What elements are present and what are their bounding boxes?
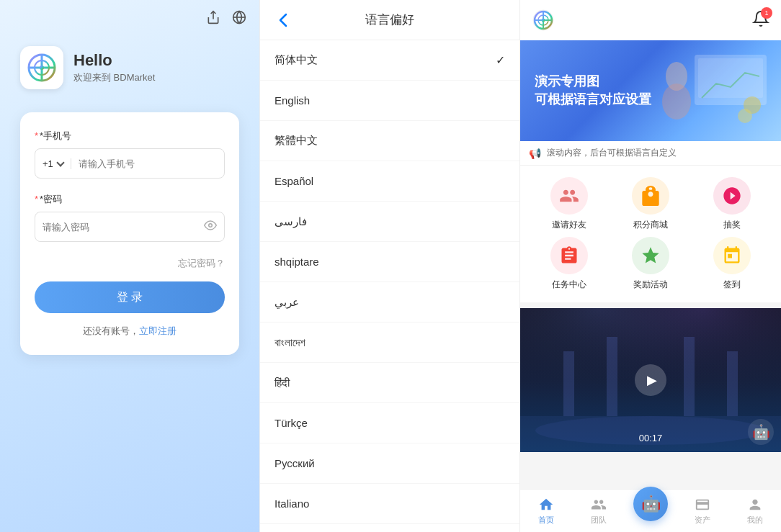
app-home-panel: 1 演示专用图 可根据语言对应设置 [520,0,781,532]
scroll-notice: 📢 滚动内容，后台可根据语言自定义 [520,141,781,166]
feature-rewards[interactable]: 奖励活动 [613,237,689,291]
profile-icon [747,497,763,513]
home-icon [538,497,554,513]
forgot-password-link: 忘记密码？ [35,256,225,270]
svg-rect-23 [684,337,695,416]
lang-item-7[interactable]: বাংলাদেশ [260,323,519,363]
invite-icon [550,177,588,215]
lang-item-10[interactable]: Русский [260,443,519,484]
lang-item-1[interactable]: English [260,81,519,121]
globe-icon[interactable] [231,9,248,26]
lang-item-3[interactable]: Español [260,161,519,202]
language-list: 简体中文 ✓ English 繁體中文 Español فارسی shqipt… [260,40,519,532]
password-label: **密码 [35,193,225,206]
language-panel: 语言偏好 简体中文 ✓ English 繁體中文 Español فارسی s… [259,0,520,532]
speaker-icon: 📢 [529,148,541,159]
feature-lottery[interactable]: 抽奖 [694,177,769,231]
phone-group: **手机号 +1 [35,130,225,179]
lang-item-12[interactable]: Português [260,524,519,532]
password-input-wrapper [35,212,225,242]
nav-assets[interactable]: 资产 [677,490,728,532]
forgot-password-anchor[interactable]: 忘记密码？ [178,258,225,269]
lang-item-8[interactable]: हिंदी [260,363,519,403]
language-title: 语言偏好 [365,12,414,28]
nav-team[interactable]: 团队 [572,490,624,532]
language-header: 语言偏好 [260,0,519,40]
lang-item-4[interactable]: فارسی [260,202,519,242]
login-content: Hello 欢迎来到 BDMarket **手机号 +1 [0,35,259,532]
app-logo-right [532,9,555,32]
play-button[interactable] [635,364,666,396]
app-subtitle: 欢迎来到 BDMarket [73,71,155,84]
svg-rect-22 [607,337,617,416]
nav-assets-label: 资产 [695,515,710,526]
svg-point-15 [662,84,691,120]
banner-decoration [637,40,781,141]
feature-checkin[interactable]: 签到 [694,237,769,291]
country-code-selector[interactable]: +1 [35,158,71,169]
top-bar [0,0,259,35]
notification-badge: 1 [761,7,772,19]
password-group: **密码 [35,193,225,242]
nav-team-label: 团队 [591,515,607,526]
banner-text: 演示专用图 可根据语言对应设置 [535,73,651,109]
share-icon[interactable] [205,9,222,26]
app-header: Hello 欢迎来到 BDMarket [20,46,239,89]
app-logo [20,46,63,89]
feature-grid: 邀请好友 积分商城 抽奖 [520,166,781,302]
svg-rect-21 [563,351,574,416]
rewards-icon [632,237,669,274]
login-panel: Hello 欢迎来到 BDMarket **手机号 +1 [0,0,259,532]
lang-item-9[interactable]: Türkçe [260,403,519,443]
home-content: 演示专用图 可根据语言对应设置 [520,40,781,489]
svg-point-17 [738,109,752,123]
phone-input[interactable] [71,158,224,169]
login-button[interactable]: 登 录 [35,281,225,313]
nav-robot-center[interactable]: 🤖 [625,490,677,532]
svg-point-11 [542,19,545,22]
phone-input-wrapper: +1 [35,148,225,179]
svg-point-7 [209,224,213,227]
check-icon-0: ✓ [496,53,505,67]
lang-item-2[interactable]: 繁體中文 [260,121,519,161]
feature-invite[interactable]: 邀请好友 [532,177,607,231]
app-name: Hello [73,51,155,70]
team-icon [591,497,607,513]
nav-profile[interactable]: 我的 [729,490,781,532]
svg-point-6 [40,66,44,70]
shop-icon [632,177,669,215]
lottery-icon [713,177,751,215]
feature-tasks[interactable]: 任务中心 [532,237,607,291]
back-button[interactable] [272,9,295,32]
lang-item-0[interactable]: 简体中文 ✓ [260,40,519,81]
register-hint: 还没有账号，立即注册 [35,325,225,338]
checkin-icon [713,237,751,274]
app-info: Hello 欢迎来到 BDMarket [73,51,155,84]
nav-home-label: 首页 [538,515,554,526]
phone-label: **手机号 [35,130,225,143]
notification-icon[interactable]: 1 [752,10,769,30]
robot-overlay[interactable]: 🤖 [748,419,774,445]
eye-icon[interactable] [204,219,217,235]
tasks-icon [550,237,588,274]
banner-title: 演示专用图 可根据语言对应设置 [535,73,651,109]
promo-banner: 演示专用图 可根据语言对应设置 [520,40,781,141]
svg-rect-24 [727,351,738,416]
lang-item-5[interactable]: shqiptare [260,242,519,282]
lang-item-11[interactable]: Italiano [260,484,519,524]
video-timestamp: 00:17 [639,433,663,443]
register-link[interactable]: 立即注册 [139,325,177,336]
login-form: **手机号 +1 **密码 [20,112,239,355]
nav-home[interactable]: 首页 [520,490,572,532]
assets-icon [695,497,710,513]
bottom-navigation: 首页 团队 🤖 资产 我的 [520,489,781,532]
video-section[interactable]: 00:17 🤖 [520,308,781,452]
robot-button[interactable]: 🤖 [633,487,668,521]
chevron-down-icon [56,158,64,166]
lang-item-6[interactable]: عربي [260,282,519,323]
app-header-bar: 1 [520,0,781,40]
nav-profile-label: 我的 [747,515,763,526]
password-input[interactable] [43,222,204,233]
feature-shop[interactable]: 积分商城 [613,177,689,231]
